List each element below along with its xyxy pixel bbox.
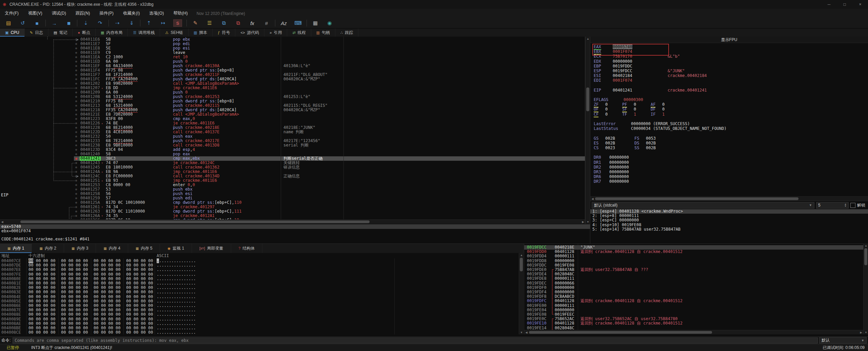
row-dot-icon[interactable]: ● [75,209,77,214]
stack-row[interactable]: 0019FDD000401128返回到 crackme.00401128 自 c… [524,250,863,254]
menu-item-3[interactable]: 跟踪(N) [71,11,95,16]
menu-item-6[interactable]: 选项(O) [144,11,169,16]
tab-dump-5[interactable]: ▦内存 5 [128,244,160,253]
unlock-checkbox[interactable] [850,203,855,208]
minimize-button[interactable]: ─ [821,0,837,9]
dump-row[interactable]: 004007EE00 00 00 0000 00 00 0000 00 00 0… [0,268,519,272]
row-dot-icon[interactable]: ● [75,178,77,183]
stack-hscrollbar[interactable]: ◀ ▶ [524,330,863,334]
register-dr2[interactable]: DR200000000 [594,165,868,170]
stack-row[interactable]: 0019FE08└0019FEEC [524,312,863,317]
row-dot-icon[interactable]: ● [75,46,77,51]
tab-cpu[interactable]: ▣CPU [0,28,25,37]
stack-row[interactable]: 0019FDCC0040218E"JUNK" [524,245,863,250]
stack-vscrollbar[interactable]: ▲ ▼ [863,243,868,334]
stack-row[interactable]: 0019FDDC0019FE08 [524,263,863,268]
tab-locals[interactable]: [x=]局部变量 [192,244,231,253]
tab-call-stack[interactable]: ☰调用堆栈 [128,28,160,37]
argument-row[interactable]: 5: [esp+14] 75B847AB user32.75B847AB [590,227,868,232]
register-dr6[interactable]: DR600000000 [594,174,868,179]
stack-row[interactable]: 0019FDFC│00401128返回到 crackme.00401128 自 … [524,299,863,303]
disasm-vscrollbar[interactable]: ▲ ▼ [585,37,590,224]
tab-notes[interactable]: ▤笔记 [48,28,73,37]
stop-icon[interactable]: ■ [30,19,44,27]
dump-row[interactable]: 004007DE00 00 00 0000 00 00 0000 00 00 0… [0,263,519,268]
register-esi[interactable]: ESI00402184crackme.00402184 [594,73,868,78]
register-ecx[interactable]: ECX75B70170&L"Ь" [594,54,868,59]
row-dot-icon[interactable]: ● [75,130,77,134]
flags-row-0[interactable]: ZF0PF0AF0 [594,102,868,107]
register-esp[interactable]: ESP0019FDCC&"JUNK" [594,69,868,73]
stack-row[interactable]: 0019FDF8│DCBAABCD [524,294,863,299]
step-into-icon[interactable]: ⇣ [79,19,93,27]
flags-row-1[interactable]: OF0SF0DF0 [594,107,868,112]
stack-pane[interactable]: 0019FDCC0040218E"JUNK"0019FDD000401128返回… [524,243,868,334]
argument-row[interactable]: 4: [esp+10] 0019FE08 [590,223,868,227]
segment-row-0[interactable]: GS002BFS0053 [594,136,868,141]
row-dot-icon[interactable]: ● [75,125,77,130]
register-eax[interactable]: EAX00005740 [594,44,868,49]
font-icon[interactable]: Az [277,19,291,27]
disasm-hscrollbar[interactable]: ◀ ▶ [0,219,585,224]
stack-row[interactable]: 0019FE14│0028048C [524,326,863,330]
tab-struct[interactable]: ?结构体 [231,244,263,253]
stack-row[interactable]: 0019FE00│00000111 [524,304,863,308]
row-dot-icon[interactable]: ● [75,99,77,103]
stack-row[interactable]: 0019FDE8│00000111 [524,276,863,281]
compare-icon[interactable]: ⧉ [217,19,231,27]
row-dot-icon[interactable]: ● [75,152,77,156]
register-dr7[interactable]: DR700000000 [594,179,868,184]
register-ebp[interactable]: EBP0019FDDC [594,64,868,69]
register-ebx[interactable]: EBX0001F074 [594,49,868,54]
tab-dump-2[interactable]: ▦内存 2 [32,244,64,253]
show-fpu-button[interactable]: 显示FPU [590,37,868,43]
row-dot-icon[interactable]: ● [75,117,77,121]
dump-row[interactable]: 0040085E00 00 00 0000 00 00 0000 00 00 0… [0,299,519,304]
dump-row[interactable]: 004007FE00 00 00 0000 00 00 0000 00 00 0… [0,272,519,277]
patches-icon[interactable]: ⧉ [231,19,245,27]
tab-log[interactable]: ✎日志 [25,28,48,37]
stack-row[interactable]: 0019FDEC│00000066 [524,281,863,286]
maximize-button[interactable]: □ [837,0,852,9]
row-dot-icon[interactable]: ● [75,42,77,46]
row-dot-icon[interactable]: ● [75,192,77,196]
register-dr0[interactable]: DR000000000 [594,155,868,160]
row-dot-icon[interactable]: ● [75,112,77,117]
row-dot-icon[interactable]: ● [75,81,77,86]
tab-breakpoints[interactable]: ●断点 [73,28,96,37]
tab-dump-1[interactable]: ▦内存 1 [0,244,32,253]
calling-convention-select[interactable]: 默认 (stdcall) ▼ [592,202,814,209]
row-dot-icon[interactable]: ● [75,59,77,64]
menu-item-0[interactable]: 文件(F) [0,11,23,16]
row-dot-icon[interactable]: ● [75,77,77,81]
register-edx[interactable]: EDX00000000 [594,59,868,64]
tab-handles[interactable]: ▥句柄 [311,28,335,37]
last-error[interactable]: LastError00000000 (ERROR_SUCCESS) [594,121,868,126]
calculator-icon[interactable]: ▦ [308,19,322,27]
row-dot-icon[interactable]: ● [75,90,77,95]
command-profile-select[interactable]: 默认 ▼ [819,337,867,344]
stack-row[interactable]: 0019FE0C┌75B652AC返回到 user32.75B652AC 自 u… [524,317,863,321]
last-status[interactable]: LastStatusC0000034 (STATUS_OBJECT_NAME_N… [594,126,868,131]
register-eflags[interactable]: EFLAGS00000300 [594,97,868,102]
tab-dump-3[interactable]: ▦内存 3 [64,244,96,253]
pause-icon[interactable]: ▮▮ [61,19,76,27]
segment-row-1[interactable]: ES002BDS002B [594,141,868,145]
stack-row[interactable]: 0019FE10│00401128返回到 crackme.00401128 自 … [524,321,863,326]
dump-row[interactable]: 0040087E00 00 00 0000 00 00 0000 00 00 0… [0,308,519,312]
menu-item-2[interactable]: 调试(D) [47,11,71,16]
dump-row[interactable]: 004008AE00 00 00 0000 00 00 0000 00 00 0… [0,321,519,326]
row-dot-icon[interactable]: ● [75,205,77,209]
breakpoint-dot-icon[interactable]: ● [75,156,77,161]
tab-seh[interactable]: ⚠SEH链 [160,28,189,37]
dump-row[interactable]: 0040088E00 00 00 0000 00 00 0000 00 00 0… [0,312,519,317]
row-dot-icon[interactable]: ● [75,148,77,152]
open-file-icon[interactable]: ▤ [1,19,16,27]
row-dot-icon[interactable]: ● [75,37,77,42]
tab-dump-4[interactable]: ▦内存 4 [96,244,128,253]
row-dot-icon[interactable]: ● [75,86,77,90]
registers-pane[interactable]: 显示FPU EAX00005740EBX0001F074ECX75B70170&… [590,37,868,201]
stack-row[interactable]: 0019FE04│00000000 [524,308,863,312]
tab-trace[interactable]: ∴跟踪 [335,28,358,37]
argument-count-spinner[interactable]: 5 ▲▼ [816,202,849,209]
